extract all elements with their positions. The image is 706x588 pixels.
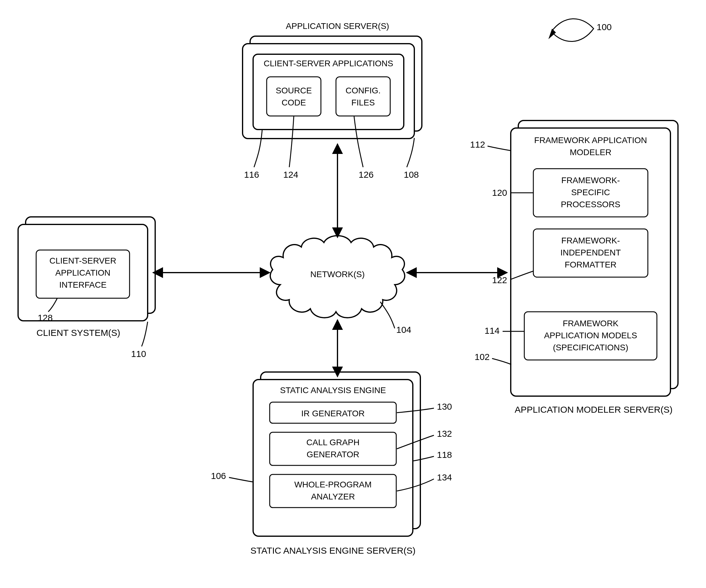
svg-text:CODE: CODE [282, 98, 306, 107]
svg-text:118: 118 [437, 450, 452, 460]
svg-text:FRAMEWORK: FRAMEWORK [562, 319, 618, 328]
svg-text:FILES: FILES [351, 98, 375, 107]
svg-text:WHOLE-PROGRAM: WHOLE-PROGRAM [295, 480, 372, 489]
client-system-block: CLIENT-SERVER APPLICATION INTERFACE 128 … [18, 217, 155, 359]
svg-text:114: 114 [484, 326, 500, 336]
svg-text:FRAMEWORK APPLICATION: FRAMEWORK APPLICATION [534, 135, 647, 145]
svg-text:112: 112 [470, 139, 485, 150]
app-server-title: APPLICATION SERVER(S) [286, 22, 389, 31]
svg-marker-0 [548, 29, 556, 39]
network-ref: 104 [396, 325, 411, 335]
app-modeler-server-title: APPLICATION MODELER SERVER(S) [515, 405, 673, 415]
static-analysis-block: STATIC ANALYSIS ENGINE IR GENERATOR CALL… [211, 372, 452, 555]
system-ref-number: 100 [597, 22, 612, 32]
svg-text:122: 122 [492, 275, 507, 285]
network-label: NETWORK(S) [310, 269, 365, 279]
svg-text:FRAMEWORK-: FRAMEWORK- [561, 176, 620, 185]
svg-text:MODELER: MODELER [570, 148, 612, 157]
svg-text:110: 110 [131, 349, 146, 359]
network-cloud: NETWORK(S) 104 [270, 236, 411, 335]
static-analysis-engine-title: STATIC ANALYSIS ENGINE [280, 386, 386, 395]
clientserver-apps-title: CLIENT-SERVER APPLICATIONS [264, 59, 393, 68]
system-ref: 100 [548, 19, 612, 41]
svg-text:FRAMEWORK-: FRAMEWORK- [561, 236, 620, 245]
svg-text:126: 126 [359, 170, 374, 179]
svg-text:134: 134 [437, 472, 452, 482]
application-server-block: APPLICATION SERVER(S) CLIENT-SERVER APPL… [243, 22, 422, 179]
svg-text:GENERATOR: GENERATOR [307, 450, 359, 459]
svg-text:PROCESSORS: PROCESSORS [561, 200, 620, 209]
svg-text:INTERFACE: INTERFACE [59, 280, 106, 290]
svg-text:102: 102 [475, 352, 489, 362]
svg-text:CONFIG.: CONFIG. [346, 86, 381, 95]
svg-text:130: 130 [437, 402, 452, 412]
static-analysis-server-title: STATIC ANALYSIS ENGINE SERVER(S) [250, 546, 416, 555]
svg-text:APPLICATION: APPLICATION [55, 268, 110, 278]
diagram-root: 100 NETWORK(S) 104 APPLICATION SERVER(S)… [0, 0, 706, 588]
svg-text:108: 108 [404, 170, 419, 179]
svg-text:APPLICATION MODELS: APPLICATION MODELS [544, 331, 637, 340]
svg-text:132: 132 [437, 429, 452, 438]
client-systems-title: CLIENT SYSTEM(S) [36, 328, 120, 338]
svg-text:SOURCE: SOURCE [276, 86, 312, 95]
svg-text:128: 128 [38, 313, 53, 323]
whole-program-box [270, 474, 396, 508]
svg-text:IR GENERATOR: IR GENERATOR [301, 409, 365, 418]
config-files-box [336, 77, 390, 116]
svg-text:124: 124 [283, 170, 298, 179]
svg-text:120: 120 [492, 188, 507, 198]
svg-text:(SPECIFICATIONS): (SPECIFICATIONS) [553, 343, 628, 352]
application-modeler-block: FRAMEWORK APPLICATION MODELER FRAMEWORK-… [470, 121, 678, 415]
svg-text:INDEPENDENT: INDEPENDENT [560, 248, 621, 257]
source-code-box [267, 77, 321, 116]
svg-text:ANALYZER: ANALYZER [311, 492, 355, 501]
svg-text:CLIENT-SERVER: CLIENT-SERVER [49, 256, 116, 265]
svg-text:FORMATTER: FORMATTER [565, 260, 617, 269]
svg-text:116: 116 [244, 170, 259, 179]
call-graph-box [270, 432, 396, 465]
svg-text:106: 106 [211, 471, 226, 481]
svg-text:SPECIFIC: SPECIFIC [571, 188, 610, 197]
svg-text:CALL GRAPH: CALL GRAPH [307, 438, 359, 447]
